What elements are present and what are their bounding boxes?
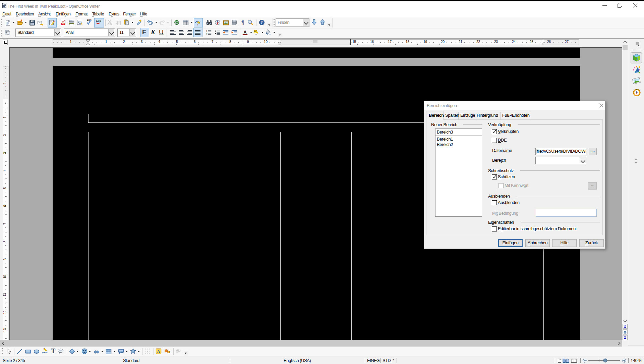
svg-text:1: 1	[206, 30, 208, 32]
svg-text:A: A	[157, 349, 160, 354]
svg-text:N: N	[636, 89, 638, 91]
svg-text:?: ?	[261, 20, 263, 25]
svg-text:ABC: ABC	[87, 19, 92, 21]
svg-text:A: A	[243, 30, 246, 35]
svg-text:¶: ¶	[241, 19, 244, 25]
svg-text:II: II	[206, 33, 208, 35]
svg-text:PDF: PDF	[62, 23, 65, 25]
svg-text:ABC: ABC	[96, 19, 102, 22]
